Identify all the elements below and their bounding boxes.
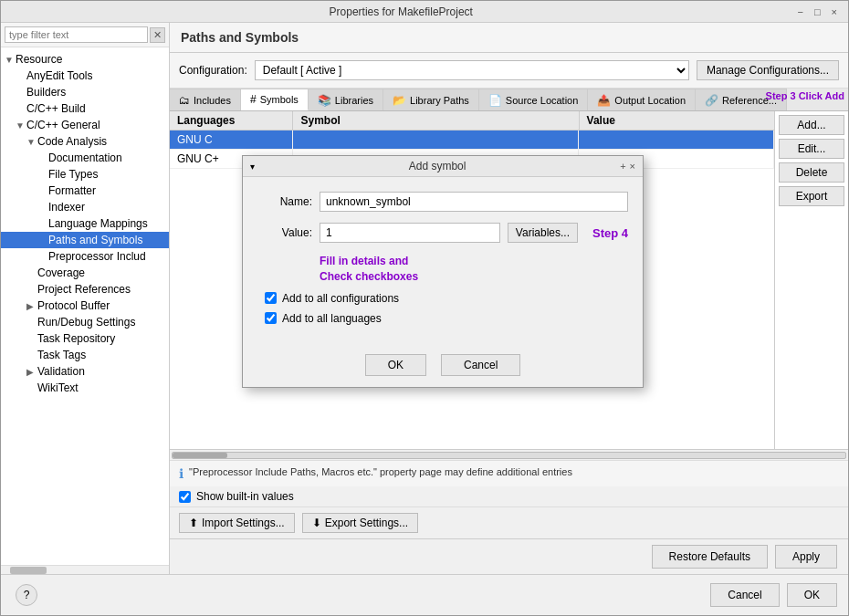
sidebar-item-preprocessor[interactable]: Preprocessor Includ [1,248,169,265]
sidebar-item-formatter[interactable]: Formatter [1,183,169,199]
dialog-close-button[interactable]: × [630,161,635,172]
ok-cancel-buttons: Cancel OK [710,583,837,607]
tab-libraries[interactable]: 📚 Libraries [309,89,383,110]
dialog-cancel-button[interactable]: Cancel [441,354,520,376]
sidebar-item-validation[interactable]: ▶Validation [1,363,169,380]
window-title: Properties for MakefileProject [8,5,793,18]
dialog-ok-button[interactable]: OK [365,354,426,376]
title-bar-buttons: − □ × [793,6,841,17]
tabs-bar: 🗂 Includes # Symbols 📚 Libraries 📂 Libra… [170,89,848,111]
sidebar-item-run-debug[interactable]: Run/Debug Settings [1,314,169,330]
sidebar-item-label-preprocessor: Preprocessor Includ [48,250,146,263]
apply-button[interactable]: Apply [775,545,837,569]
check2-row: Add to all languages [257,312,628,325]
sidebar-item-label-anyedit: AnyEdit Tools [26,69,93,82]
add-all-configs-checkbox[interactable] [265,292,277,304]
import-export-bar: ⬆ Import Settings... ⬇ Export Settings..… [170,506,848,538]
tab-library-paths[interactable]: 📂 Library Paths [383,89,479,110]
sidebar-item-documentation[interactable]: Documentation [1,150,169,166]
sidebar-item-project-refs[interactable]: Project References [1,281,169,298]
dialog-pin-button[interactable]: + [620,161,625,172]
restore-defaults-button[interactable]: Restore Defaults [652,545,768,569]
close-button[interactable]: × [828,6,841,17]
table-header: Languages Symbol Value [170,111,774,131]
sidebar-item-label-task-repo: Task Repository [37,332,115,345]
expand-icon-code-analysis: ▼ [26,137,37,147]
export-icon: ⬇ [312,517,321,529]
sidebar-item-label-resource: Resource [16,53,62,66]
sidebar-scrollbar[interactable] [1,565,169,574]
manage-configurations-button[interactable]: Manage Configurations... [697,60,839,80]
export-button[interactable]: Export [779,186,844,206]
edit-button[interactable]: Edit... [779,139,844,159]
add-all-languages-checkbox[interactable] [265,312,277,324]
sidebar-item-anyedit[interactable]: AnyEdit Tools [1,68,169,84]
tab-includes[interactable]: 🗂 Includes [170,89,241,110]
sidebar-item-language-mappings[interactable]: Language Mappings [1,215,169,232]
references-icon: 🔗 [705,94,718,107]
dialog-footer: OK Cancel [243,347,643,387]
sidebar-item-wikitext[interactable]: WikiText [1,380,169,396]
sidebar-item-task-repo[interactable]: Task Repository [1,330,169,347]
add-button[interactable]: Add... [779,115,844,135]
ok-button[interactable]: OK [787,583,837,607]
sidebar-item-indexer[interactable]: Indexer [1,199,169,215]
scroll-thumb[interactable] [173,453,227,458]
scroll-track[interactable] [172,452,846,459]
help-button[interactable]: ? [16,584,37,606]
show-builtin-label[interactable]: Show built-in values [196,490,294,503]
import-icon: ⬆ [189,517,198,529]
export-settings-button[interactable]: ⬇ Export Settings... [302,513,418,533]
sidebar-item-file-types[interactable]: File Types [1,166,169,183]
sidebar-item-label-code-analysis: Code Analysis [37,135,107,148]
name-label: Name: [257,195,312,208]
sidebar-item-label-run-debug: Run/Debug Settings [37,316,135,329]
config-select[interactable]: Default [ Active ] [255,60,689,80]
name-input[interactable] [320,192,628,212]
table-row[interactable]: GNU C [170,131,774,150]
sidebar-item-resource[interactable]: ▼Resource [1,51,169,68]
minimize-button[interactable]: − [793,6,806,17]
cancel-button[interactable]: Cancel [710,583,779,607]
sidebar-item-label-cpp-general: C/C++ General [26,119,100,131]
filter-input[interactable] [5,26,148,43]
tab-source-location[interactable]: 📄 Source Location [479,89,589,110]
add-all-languages-label[interactable]: Add to all languages [282,312,382,325]
symbols-icon: # [250,93,257,106]
sidebar-item-protocol-buffer[interactable]: ▶Protocol Buffer [1,298,169,314]
show-builtin-checkbox[interactable] [179,491,191,503]
value-input[interactable] [320,223,500,243]
cell-symbol-0 [293,131,579,149]
sidebar-item-label-wikitext: WikiText [37,381,79,394]
sidebar-item-label-cpp-build: C/C++ Build [26,102,86,115]
sidebar-item-task-tags[interactable]: Task Tags [1,347,169,363]
add-all-configs-label[interactable]: Add to all configurations [282,292,399,305]
sidebar-item-cpp-build[interactable]: C/C++ Build [1,100,169,117]
sidebar: ✕ ▼ResourceAnyEdit ToolsBuildersC/C++ Bu… [1,23,170,574]
tab-output-location-label: Output Location [614,95,686,106]
bottom-bar: ? Cancel OK [1,574,848,615]
import-settings-button[interactable]: ⬆ Import Settings... [179,513,295,533]
info-bar: ℹ "Preprocessor Include Paths, Macros et… [170,460,848,486]
horizontal-scrollbar[interactable] [170,449,848,460]
sidebar-item-builders[interactable]: Builders [1,84,169,100]
sidebar-item-code-analysis[interactable]: ▼Code Analysis [1,133,169,150]
cell-value-0 [579,131,774,149]
filter-clear-button[interactable]: ✕ [150,27,165,43]
delete-button[interactable]: Delete [779,162,844,183]
panel-title: Paths and Symbols [181,30,837,45]
expand-icon-resource: ▼ [5,55,16,65]
restore-button[interactable]: □ [811,6,824,17]
sidebar-item-cpp-general[interactable]: ▼C/C++ General [1,117,169,133]
tab-output-location[interactable]: 📤 Output Location [588,89,696,110]
sidebar-item-label-language-mappings: Language Mappings [48,217,148,230]
sidebar-item-label-file-types: File Types [48,168,98,181]
config-bar: Configuration: Default [ Active ] Manage… [170,53,848,89]
tab-symbols[interactable]: # Symbols [241,89,309,110]
sidebar-scroll-thumb[interactable] [10,567,47,574]
sidebar-item-coverage[interactable]: Coverage [1,265,169,281]
dialog-title: Add symbol [255,160,620,172]
title-bar: Properties for MakefileProject − □ × [1,1,848,23]
variables-button[interactable]: Variables... [508,223,578,243]
sidebar-item-paths-symbols[interactable]: Paths and Symbols [1,232,169,248]
